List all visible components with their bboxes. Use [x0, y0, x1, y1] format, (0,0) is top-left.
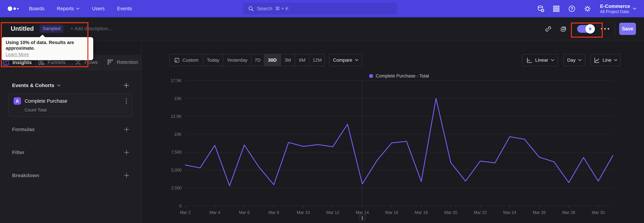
logo-dot [17, 8, 18, 10]
logo-dot [8, 6, 12, 11]
svg-text:Mar 28: Mar 28 [562, 210, 575, 215]
event-options-icon[interactable] [125, 97, 128, 105]
sampling-tooltip: Using 10% of data. Results are approxima… [1, 37, 93, 60]
sampled-badge[interactable]: Sampled [40, 25, 64, 33]
logo-dot [14, 8, 16, 10]
chevron-down-icon [633, 8, 636, 10]
event-card[interactable]: A Complete Purchase Count Total [8, 94, 132, 117]
query-sidebar: Insights Funnels Flows [0, 40, 142, 223]
more-menu-icon[interactable] [600, 26, 610, 31]
nav-item-label: Events [117, 6, 132, 12]
chart-panel: Custom Today Yesterday 7D 30D 3M 6M 12M … [142, 40, 644, 223]
settings-gear-icon[interactable] [584, 5, 592, 13]
formulas-label: Formulas [12, 127, 35, 132]
svg-text:Mar 10: Mar 10 [297, 210, 310, 215]
event-metric[interactable]: Count Total [25, 107, 132, 113]
project-selector[interactable]: E-Commerce All Project Data [600, 3, 636, 14]
report-title[interactable]: Untitled [11, 25, 34, 32]
nav-item-label: Users [92, 6, 105, 12]
nav-item-events[interactable]: Events [117, 6, 132, 12]
content-area: Insights Funnels Flows [0, 40, 644, 223]
tooltip-text: Using 10% of data. Results are approxima… [6, 40, 89, 51]
help-icon[interactable]: ? [568, 5, 576, 13]
event-name: Complete Purchase [25, 98, 68, 104]
page-indicator[interactable]: 1 [359, 214, 366, 221]
svg-text:2,500: 2,500 [171, 185, 182, 190]
svg-text:?: ? [570, 6, 573, 11]
save-button[interactable]: Save [619, 23, 636, 35]
svg-text:5,000: 5,000 [171, 168, 182, 172]
add-event-button[interactable] [123, 82, 130, 89]
breakdown-label: Breakdown [12, 173, 39, 178]
svg-text:Mar 30: Mar 30 [592, 210, 605, 215]
svg-text:Mar 16: Mar 16 [385, 210, 398, 215]
nav-item-label: Boards [29, 6, 44, 12]
apps-grid-icon[interactable] [552, 5, 560, 13]
nav-item-boards[interactable]: Boards [29, 6, 44, 12]
series-letter-badge: A [14, 97, 21, 105]
line-chart[interactable]: 02,5005,0007,50010K12.5K15K17.5KMar 2Mar… [142, 40, 644, 223]
divider [614, 22, 615, 36]
project-scope: All Project Data [600, 9, 630, 14]
section-formulas: Formulas [12, 126, 130, 133]
tab-retention[interactable]: Retention [103, 55, 142, 70]
duplicate-icon[interactable] [560, 25, 567, 32]
svg-text:Mar 24: Mar 24 [503, 210, 516, 215]
mixpanel-logo[interactable] [8, 6, 18, 11]
copy-link-icon[interactable] [544, 25, 552, 32]
top-nav: Boards Reports Users Events [0, 0, 644, 17]
global-search[interactable] [243, 3, 397, 15]
chevron-down-icon[interactable] [57, 84, 60, 86]
sampling-toggle[interactable] [577, 25, 594, 33]
tab-label: Flows [84, 59, 98, 65]
nav-item-reports[interactable]: Reports [57, 6, 80, 12]
chevron-down-icon [76, 8, 80, 10]
tab-label: Insights [12, 59, 32, 65]
svg-text:Mar 20: Mar 20 [444, 210, 457, 215]
svg-text:Mar 8: Mar 8 [268, 210, 279, 215]
insights-query-panel: Events & Cohorts A Complete Purchase Cou… [0, 70, 142, 223]
learn-more-link[interactable]: Learn More [6, 52, 29, 57]
project-name: E-Commerce [600, 3, 630, 9]
retention-icon [106, 58, 114, 66]
add-description[interactable]: + Add description... [70, 26, 112, 31]
filter-label: Filter [12, 150, 24, 155]
nav-item-users[interactable]: Users [92, 6, 105, 12]
svg-text:Mar 18: Mar 18 [415, 210, 428, 215]
svg-text:15K: 15K [174, 96, 182, 101]
title-bar-actions: Save [544, 17, 636, 40]
add-breakdown-button[interactable] [124, 172, 130, 178]
svg-text:Mar 22: Mar 22 [474, 210, 487, 215]
svg-text:10K: 10K [174, 132, 182, 137]
svg-text:Mar 14: Mar 14 [356, 210, 369, 215]
search-input[interactable] [257, 6, 391, 12]
tooltip-arrow [40, 35, 45, 37]
svg-text:12.5K: 12.5K [171, 114, 182, 119]
svg-text:17.5K: 17.5K [171, 78, 182, 83]
svg-text:7,500: 7,500 [171, 150, 182, 154]
nav-menu: Boards Reports Users Events [29, 6, 132, 12]
report-title-bar: Untitled Sampled + Add description... [0, 17, 644, 40]
nav-item-label: Reports [57, 6, 74, 12]
svg-text:Mar 6: Mar 6 [239, 210, 250, 215]
svg-text:Mar 12: Mar 12 [326, 210, 339, 215]
add-filter-button[interactable] [124, 149, 130, 155]
tab-label: Funnels [48, 59, 66, 65]
data-management-icon[interactable] [537, 5, 545, 13]
section-filter: Filter [12, 149, 130, 155]
tab-label: Retention [117, 59, 138, 65]
nav-right-cluster: ? E-Commerce All Project Data [537, 0, 636, 17]
add-formula-button[interactable] [124, 126, 130, 133]
search-icon [248, 6, 254, 12]
svg-text:Mar 2: Mar 2 [180, 210, 191, 215]
svg-text:0: 0 [179, 203, 182, 208]
svg-text:Mar 4: Mar 4 [210, 210, 220, 215]
events-cohorts-header: Events & Cohorts [12, 82, 130, 89]
section-breakdown: Breakdown [12, 172, 130, 178]
lightning-bolt-icon [586, 24, 595, 34]
events-cohorts-label: Events & Cohorts [12, 82, 54, 88]
svg-text:Mar 26: Mar 26 [533, 210, 546, 215]
event-card-row: A Complete Purchase [8, 94, 132, 105]
